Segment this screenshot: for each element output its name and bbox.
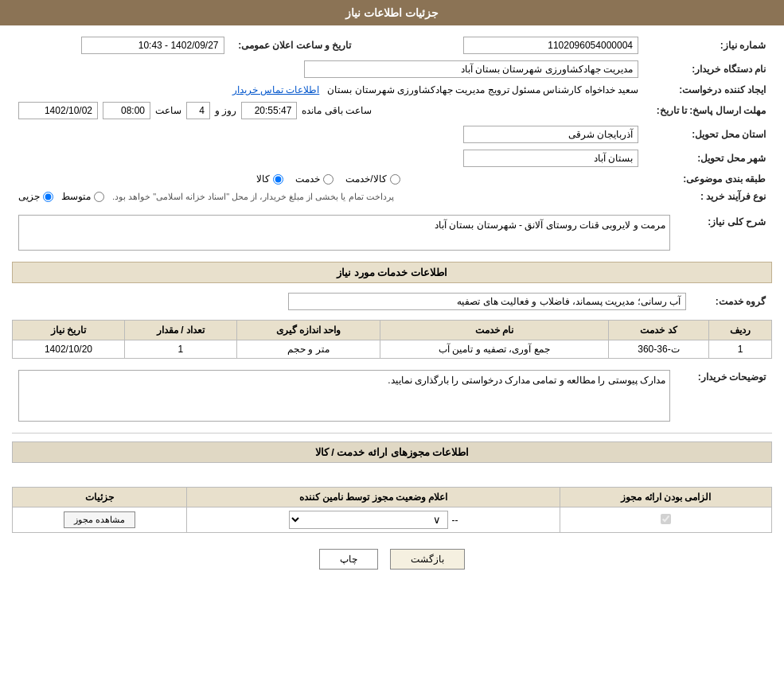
cell-details: مشاهده مجوز (13, 507, 187, 533)
permissions-section-title: اطلاعات مجوزهای ارائه خدمت / کالا (12, 441, 772, 463)
cell-status: -- ∨ (186, 507, 560, 533)
permissions-section: اطلاعات مجوزهای ارائه خدمت / کالا الزامی… (12, 441, 772, 533)
need-description-field: مرمت و لایروبی قنات روستای آلانق - شهرست… (18, 215, 670, 251)
need-description-label: شرح کلی نیاز: (677, 212, 772, 254)
table-row: 1 ت-36-360 جمع آوری، تصفیه و تامین آب مت… (13, 340, 772, 359)
process-radio-mutawassit[interactable] (94, 192, 104, 202)
process-mutawassit[interactable]: متوسط (61, 191, 104, 202)
need-number-label: شماره نیاز: (645, 33, 772, 57)
content-area: شماره نیاز: 1102096054000004 تاریخ و ساع… (0, 25, 784, 593)
col-details: جزئیات (13, 488, 187, 507)
need-number-row: شماره نیاز: 1102096054000004 تاریخ و ساع… (12, 33, 772, 57)
buyer-org-row: نام دستگاه خریدار: مدیریت جهادکشاورزی شه… (12, 57, 772, 81)
buyer-notes-row: توضیحات خریدار: مدارک پیوستی را مطالعه و… (12, 367, 772, 425)
buyer-notes-label: توضیحات خریدار: (677, 367, 772, 425)
main-info-table: شماره نیاز: 1102096054000004 تاریخ و ساع… (12, 33, 772, 205)
service-group-field: آب رسانی؛ مدیریت پسماند، فاضلاب و فعالیت… (288, 293, 686, 310)
permissions-table: الزامی بودن ارائه مجوز اعلام وضعیت مجوز … (12, 487, 772, 533)
cell-need-date: 1402/10/20 (13, 340, 125, 359)
buyer-org-value: مدیریت جهادکشاورزی شهرستان بستان آباد (12, 57, 645, 81)
print-button[interactable]: چاپ (319, 549, 378, 570)
status-select[interactable]: ∨ (289, 511, 448, 529)
col-service-code: کد خدمت (608, 321, 709, 340)
services-table: ردیف کد خدمت نام خدمت واحد اندازه گیری ت… (12, 320, 772, 359)
buyer-org-label: نام دستگاه خریدار: (645, 57, 772, 81)
page-title: جزئیات اطلاعات نیاز (0, 0, 784, 25)
announce-datetime-field: 1402/09/27 - 10:43 (81, 37, 224, 54)
category-radio-kala-khidmat[interactable] (390, 174, 400, 185)
remaining-time-label: ساعت باقی مانده (302, 105, 372, 116)
process-row: نوع فرآیند خرید : پرداخت تمام یا بخشی از… (12, 188, 772, 205)
service-group-label: گروه خدمت: (692, 290, 772, 313)
days-label: روز و (215, 105, 236, 116)
footer-buttons: بازگشت چاپ (12, 549, 772, 570)
back-button[interactable]: بازگشت (390, 549, 465, 570)
cell-row-num: 1 (709, 340, 772, 359)
category-value: کالا/خدمت خدمت کالا (12, 170, 645, 188)
view-permit-button[interactable]: مشاهده مجوز (64, 511, 135, 528)
deadline-label: مهلت ارسال پاسخ: تا تاریخ: (645, 99, 772, 122)
city-value: بستان آباد (12, 146, 645, 170)
date-field: 1402/10/02 (18, 102, 98, 119)
province-value: آذربایجان شرقی (12, 122, 645, 146)
category-kala-khidmat[interactable]: کالا/خدمت (345, 173, 400, 185)
col-required: الزامی بودن ارائه مجوز (560, 488, 772, 507)
process-juzyi[interactable]: جزیی (18, 191, 53, 202)
deadline-row: مهلت ارسال پاسخ: تا تاریخ: ساعت باقی مان… (12, 99, 772, 122)
province-row: استان محل تحویل: آذربایجان شرقی (12, 122, 772, 146)
cell-unit: متر و حجم (236, 340, 380, 359)
category-khidmat[interactable]: خدمت (295, 173, 333, 185)
requester-text: سعید خداخواه کارشناس مسئول ترویج مدیریت … (327, 84, 638, 95)
col-need-date: تاریخ نیاز (13, 321, 125, 340)
requester-value: سعید خداخواه کارشناس مسئول ترویج مدیریت … (12, 81, 645, 99)
category-row: طبقه بندی موضوعی: کالا/خدمت خدمت (12, 170, 772, 188)
cell-quantity: 1 (124, 340, 236, 359)
city-row: شهر محل تحویل: بستان آباد (12, 146, 772, 170)
permissions-table-header: الزامی بودن ارائه مجوز اعلام وضعیت مجوز … (13, 488, 772, 507)
service-group-row: گروه خدمت: آب رسانی؛ مدیریت پسماند، فاضل… (12, 290, 772, 313)
required-checkbox[interactable] (661, 514, 671, 524)
requester-row: ایجاد کننده درخواست: سعید خداخواه کارشنا… (12, 81, 772, 99)
service-group-table: گروه خدمت: آب رسانی؛ مدیریت پسماند، فاضل… (12, 290, 772, 313)
time-field: 08:00 (103, 102, 150, 119)
buyer-notes-field: مدارک پیوستی را مطالعه و تمامی مدارک درخ… (18, 370, 670, 422)
page-wrapper: جزئیات اطلاعات نیاز شماره نیاز: 11020960… (0, 0, 784, 696)
province-label: استان محل تحویل: (645, 122, 772, 146)
col-unit: واحد اندازه گیری (236, 321, 380, 340)
service-group-value: آب رسانی؛ مدیریت پسماند، فاضلاب و فعالیت… (12, 290, 692, 313)
need-description-table: شرح کلی نیاز: مرمت و لایروبی قنات روستای… (12, 212, 772, 254)
requester-contact-link[interactable]: اطلاعات تماس خریدار (232, 84, 320, 95)
category-radio-khidmat[interactable] (323, 174, 333, 185)
cell-service-name: جمع آوری، تصفیه و تامین آب (380, 340, 608, 359)
category-kala[interactable]: کالا (256, 173, 283, 185)
category-radio-kala[interactable] (273, 174, 283, 185)
services-section-title: اطلاعات خدمات مورد نیاز (12, 262, 772, 283)
col-status: اعلام وضعیت مجوز توسط نامین کننده (186, 488, 560, 507)
announce-datetime-value: 1402/09/27 - 10:43 (12, 33, 231, 57)
deadline-value: ساعت باقی مانده 20:55:47 روز و 4 ساعت 08… (12, 99, 645, 122)
need-description-value: مرمت و لایروبی قنات روستای آلانق - شهرست… (12, 212, 677, 254)
divider (12, 433, 772, 434)
need-description-row: شرح کلی نیاز: مرمت و لایروبی قنات روستای… (12, 212, 772, 254)
buyer-notes-value: مدارک پیوستی را مطالعه و تمامی مدارک درخ… (12, 367, 677, 425)
process-note: پرداخت تمام یا بخشی از مبلغ خریدار، از م… (112, 192, 394, 202)
need-number-value: 1102096054000004 (382, 33, 646, 57)
col-quantity: تعداد / مقدار (124, 321, 236, 340)
city-label: شهر محل تحویل: (645, 146, 772, 170)
cell-required (560, 507, 772, 533)
col-service-name: نام خدمت (380, 321, 608, 340)
buyer-notes-table: توضیحات خریدار: مدارک پیوستی را مطالعه و… (12, 367, 772, 425)
process-radio-juzyi[interactable] (43, 192, 53, 202)
city-field: بستان آباد (463, 150, 638, 167)
requester-label: ایجاد کننده درخواست: (645, 81, 772, 99)
process-label: نوع فرآیند خرید : (645, 188, 772, 205)
province-field: آذربایجان شرقی (463, 126, 638, 143)
announce-datetime-label: تاریخ و ساعت اعلان عمومی: (231, 33, 358, 57)
process-value: پرداخت تمام یا بخشی از مبلغ خریدار، از م… (12, 188, 645, 205)
category-label: طبقه بندی موضوعی: (645, 170, 772, 188)
remaining-time-field: 20:55:47 (241, 102, 297, 119)
col-row-num: ردیف (709, 321, 772, 340)
permissions-row: -- ∨ مشاهده مجوز (13, 507, 772, 533)
buyer-org-field: مدیریت جهادکشاورزی شهرستان بستان آباد (304, 60, 638, 78)
cell-service-code: ت-36-360 (608, 340, 709, 359)
